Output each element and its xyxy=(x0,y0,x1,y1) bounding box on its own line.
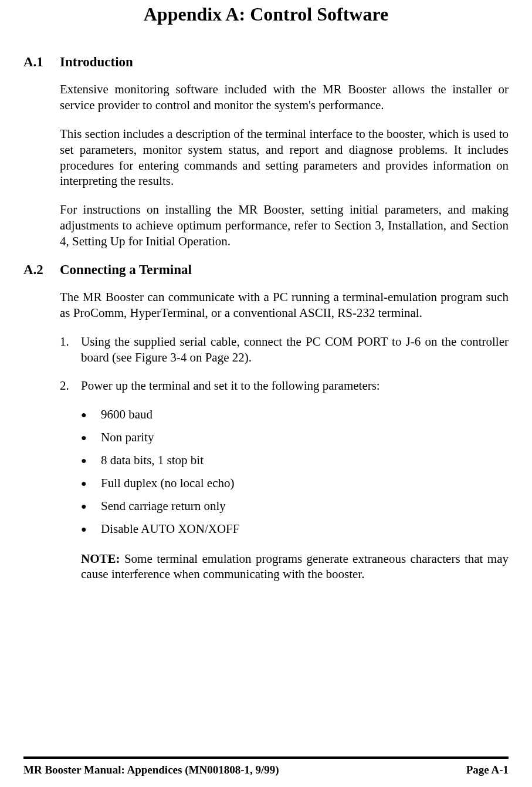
list-item: ● Send carriage return only xyxy=(81,498,509,514)
bullet-icon: ● xyxy=(81,430,101,445)
list-text: 9600 baud xyxy=(101,407,153,423)
list-item: ● Disable AUTO XON/XOFF xyxy=(81,521,509,537)
footer-rule xyxy=(23,756,509,759)
list-text: Send carriage return only xyxy=(101,498,226,514)
section-title: Introduction xyxy=(60,55,133,70)
paragraph: This section includes a description of t… xyxy=(60,126,509,190)
paragraph: Extensive monitoring software included w… xyxy=(60,82,509,113)
list-number: 2. xyxy=(60,378,81,394)
note-block: NOTE: Some terminal emulation programs g… xyxy=(81,551,509,583)
list-number: 1. xyxy=(60,334,81,366)
section-a1-body: Extensive monitoring software included w… xyxy=(60,82,509,249)
list-text: Power up the terminal and set it to the … xyxy=(81,378,380,394)
section-a1-heading: A.1 Introduction xyxy=(23,55,509,70)
appendix-title: Appendix A: Control Software xyxy=(23,4,509,25)
list-text: Non parity xyxy=(101,430,154,445)
list-item: ● Full duplex (no local echo) xyxy=(81,475,509,491)
section-a2-heading: A.2 Connecting a Terminal xyxy=(23,262,509,278)
section-title: Connecting a Terminal xyxy=(60,262,192,278)
bullet-icon: ● xyxy=(81,521,101,537)
note-label: NOTE: xyxy=(81,552,120,566)
list-item: 1. Using the supplied serial cable, conn… xyxy=(60,334,509,366)
section-number: A.1 xyxy=(23,55,60,70)
section-number: A.2 xyxy=(23,262,60,278)
page-footer: MR Booster Manual: Appendices (MN001808-… xyxy=(23,764,509,776)
list-text: Using the supplied serial cable, connect… xyxy=(81,334,509,366)
footer-right: Page A-1 xyxy=(466,764,509,776)
bullet-icon: ● xyxy=(81,498,101,514)
ordered-list: 1. Using the supplied serial cable, conn… xyxy=(60,334,509,394)
bullet-icon: ● xyxy=(81,452,101,468)
footer-left: MR Booster Manual: Appendices (MN001808-… xyxy=(23,764,279,776)
list-text: Full duplex (no local echo) xyxy=(101,475,234,491)
list-text: Disable AUTO XON/XOFF xyxy=(101,521,239,537)
list-item: ● Non parity xyxy=(81,430,509,445)
list-item: ● 9600 baud xyxy=(81,407,509,423)
paragraph: The MR Booster can communicate with a PC… xyxy=(60,289,509,321)
bullet-list: ● 9600 baud ● Non parity ● 8 data bits, … xyxy=(81,407,509,536)
bullet-icon: ● xyxy=(81,475,101,491)
paragraph: For instructions on installing the MR Bo… xyxy=(60,202,509,249)
page-content: Appendix A: Control Software A.1 Introdu… xyxy=(0,4,532,582)
section-a2-intro: The MR Booster can communicate with a PC… xyxy=(60,289,509,321)
bullet-icon: ● xyxy=(81,407,101,423)
list-text: 8 data bits, 1 stop bit xyxy=(101,452,204,468)
note-text: Some terminal emulation programs generat… xyxy=(81,552,509,582)
list-item: 2. Power up the terminal and set it to t… xyxy=(60,378,509,394)
list-item: ● 8 data bits, 1 stop bit xyxy=(81,452,509,468)
